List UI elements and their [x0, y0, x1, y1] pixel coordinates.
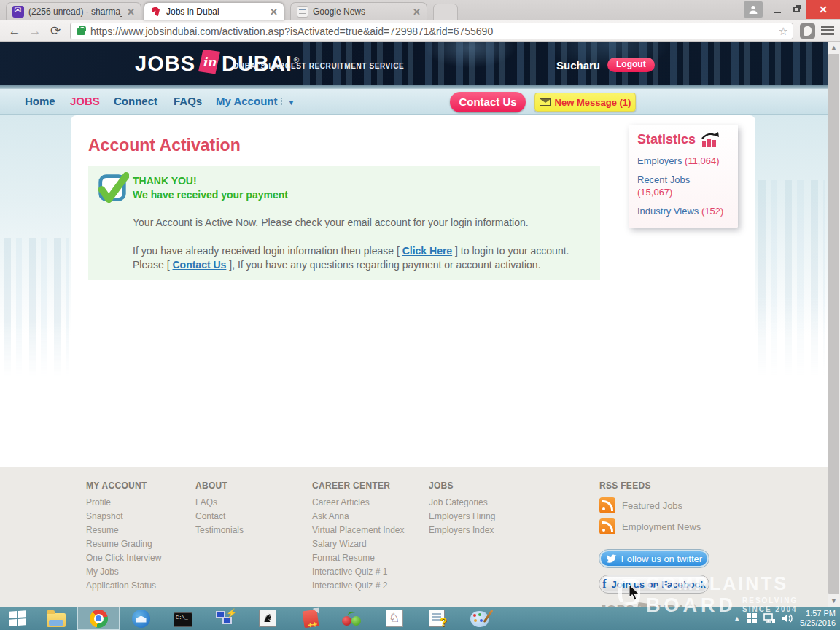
taskbar-paint[interactable] [458, 607, 500, 630]
footer-link[interactable]: Employers Hiring [429, 511, 495, 521]
new-tab-button[interactable] [433, 4, 458, 20]
taskbar-app-bw[interactable] [246, 607, 289, 630]
footer-link[interactable]: One Click Interview [86, 553, 161, 563]
taskbar-file-explorer[interactable] [35, 607, 77, 630]
tab-title: Jobs in Dubai [166, 7, 265, 17]
checkmark-icon [96, 171, 129, 209]
nav-item-my-account[interactable]: My Account▼ [216, 95, 295, 107]
account-active-text: Your Account is Active Now. Please check… [133, 217, 585, 228]
taskbar-remote-desktop[interactable]: ⚡ [204, 607, 246, 630]
person-icon [748, 4, 758, 15]
chrome-icon [90, 610, 108, 628]
footer-link[interactable]: Snapshot [86, 511, 161, 521]
footer-column-career-center: CAREER CENTER Career Articles Ask Anna V… [312, 481, 405, 594]
footer-link[interactable]: Career Articles [312, 497, 405, 508]
stat-industry-views[interactable]: Industry Views (152) [637, 205, 729, 217]
footer-link[interactable]: Resume [86, 525, 161, 535]
footer-link[interactable]: Virtual Placement Index [312, 525, 405, 535]
chevron-down-icon[interactable]: ▼ [281, 98, 295, 106]
nav-item-connect[interactable]: Connect [114, 95, 158, 107]
footer-link[interactable]: Employers Index [429, 525, 495, 535]
tab-google-news[interactable]: Google News ✕ [290, 2, 427, 20]
forward-button[interactable]: → [26, 23, 44, 40]
twitter-icon [606, 554, 617, 564]
back-button[interactable]: ← [6, 23, 23, 40]
browser-toolbar: ← → ⟳ https://www.jobsindubai.com/activa… [0, 20, 840, 42]
nav-item-jobs[interactable]: JOBS [70, 95, 100, 107]
stat-recent-jobs[interactable]: Recent Jobs (15,067) [637, 174, 729, 198]
scrollbar-thumb[interactable] [828, 54, 839, 594]
stat-employers[interactable]: Employers (11,064) [637, 155, 729, 167]
secure-padlock-icon[interactable] [77, 28, 85, 35]
scroll-up-icon[interactable]: ▲ [828, 42, 840, 53]
taskbar-apples-app[interactable] [331, 607, 373, 630]
footer-link[interactable]: Ask Anna [312, 511, 405, 521]
taskbar-clock[interactable]: 1:57 PM 5/25/2016 [800, 609, 836, 628]
network-icon[interactable] [763, 613, 775, 623]
scroll-down-icon[interactable]: ▼ [828, 595, 840, 607]
taskbar-notes-app[interactable] [289, 607, 331, 630]
nav-item-home[interactable]: Home [25, 95, 55, 107]
site-tagline: DUBAI'S LARGEST RECRUITMENT SERVICE [233, 62, 404, 70]
twitter-button[interactable]: Follow us on twitter [599, 550, 709, 567]
footer-link[interactable]: Interactive Quiz # 1 [312, 567, 405, 577]
site-header: JOBS in DUBAI ® DUBAI'S LARGEST RECRUITM… [0, 42, 828, 85]
speaker-icon[interactable] [782, 613, 793, 623]
logout-button[interactable]: Logout [607, 58, 655, 72]
nav-item-faqs[interactable]: FAQs [174, 95, 202, 107]
browser-menu-icon[interactable] [820, 24, 836, 38]
tab-email[interactable]: (2256 unread) - sharma_s ✕ [6, 2, 141, 20]
close-window-button[interactable]: ✕ [806, 0, 840, 19]
footer-link[interactable]: Application Status [86, 580, 161, 591]
footer-link[interactable]: Salary Wizard [312, 539, 405, 549]
bar-chart-icon [700, 132, 719, 147]
taskbar-command-prompt[interactable]: C:\_ [162, 607, 204, 630]
footer-link[interactable]: Interactive Quiz # 2 [312, 580, 405, 591]
taskbar-help-app[interactable] [416, 607, 458, 630]
rss-featured-jobs[interactable]: Featured Jobs [599, 497, 701, 513]
contact-us-button[interactable]: Contact Us [450, 92, 526, 112]
minimize-button[interactable] [767, 0, 787, 19]
page-scrollbar[interactable]: ▲ ▼ [828, 42, 840, 607]
close-icon[interactable]: ✕ [413, 7, 421, 18]
footer-link[interactable]: Contact [195, 511, 244, 521]
footer-link[interactable]: Job Categories [429, 497, 495, 508]
rss-icon [599, 497, 615, 513]
address-bar[interactable]: https://www.jobsindubai.com/activation.a… [70, 23, 793, 39]
taskbar-chess-app[interactable] [373, 607, 416, 630]
contact-us-link[interactable]: Contact Us [172, 259, 226, 271]
taskbar-chrome[interactable] [77, 607, 120, 630]
windows-logo-icon [9, 610, 26, 626]
close-icon[interactable]: ✕ [270, 7, 278, 18]
footer-link[interactable]: Profile [86, 497, 161, 508]
footer-link[interactable]: FAQs [195, 497, 244, 508]
taskbar-thunderbird[interactable] [120, 607, 162, 630]
facebook-icon: f [602, 578, 606, 591]
close-icon[interactable]: ✕ [127, 7, 135, 18]
file-explorer-icon [47, 613, 66, 627]
bookmark-star-icon[interactable]: ☆ [779, 25, 788, 38]
tab-title: (2256 unread) - sharma_s [28, 7, 122, 17]
footer-link[interactable]: Resume Grading [86, 539, 161, 549]
windows-tray-icon[interactable] [747, 613, 757, 623]
url-text[interactable]: https://www.jobsindubai.com/activation.a… [90, 26, 776, 37]
start-button[interactable] [0, 607, 35, 630]
tab-title: Google News [313, 7, 408, 17]
browser-profile-button[interactable] [744, 1, 763, 18]
extension-icon[interactable] [800, 23, 815, 39]
page-viewport: JOBS in DUBAI ® DUBAI'S LARGEST RECRUITM… [0, 42, 828, 607]
tray-show-hidden-icon[interactable]: ▲ [734, 615, 740, 622]
reload-button[interactable]: ⟳ [47, 23, 64, 40]
window-controls: ✕ [744, 0, 840, 19]
restore-button[interactable] [787, 0, 806, 19]
tab-jobs-in-dubai[interactable]: Jobs in Dubai ✕ [144, 2, 284, 20]
footer-link[interactable]: Testimonials [195, 525, 244, 535]
facebook-button[interactable]: f Join us on Facebook [599, 575, 709, 593]
click-here-link[interactable]: Click Here [402, 245, 452, 257]
red-notepad-icon [302, 609, 319, 628]
page-title: Account Activation [88, 136, 241, 155]
rss-employment-news[interactable]: Employment News [599, 518, 701, 534]
footer-link[interactable]: My Jobs [86, 567, 161, 577]
footer-link[interactable]: Format Resume [312, 553, 405, 563]
new-message-button[interactable]: New Message (1) [534, 93, 636, 112]
